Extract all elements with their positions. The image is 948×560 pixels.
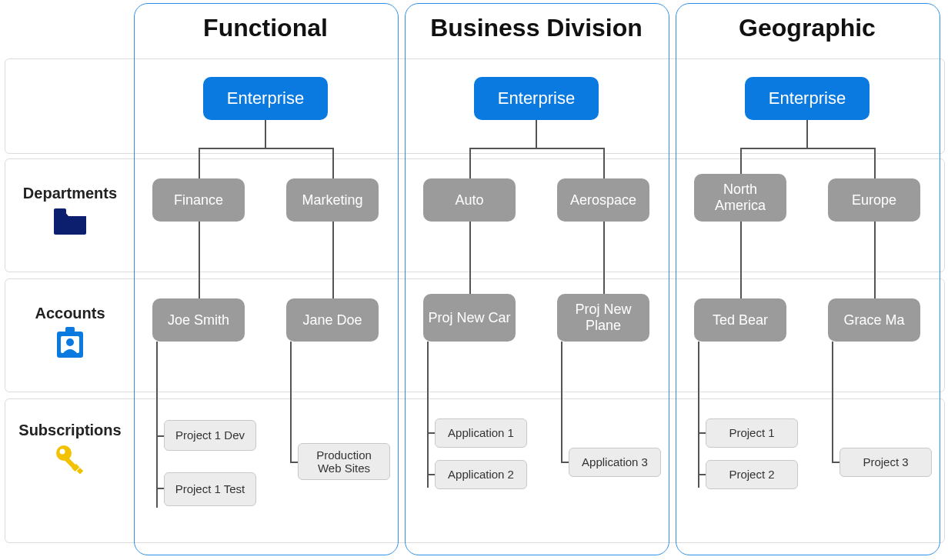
node-subscription: Project 1	[706, 418, 798, 448]
node-department: Europe	[828, 178, 920, 222]
node-department: Aerospace	[557, 178, 649, 222]
node-department: North America	[694, 174, 786, 222]
node-account: Proj New Car	[423, 294, 516, 342]
node-department: Finance	[152, 178, 245, 222]
badge-icon	[12, 325, 128, 361]
svg-point-8	[60, 449, 65, 455]
column-title-business: Business Division	[405, 14, 668, 42]
node-subscription: Project 3	[840, 448, 932, 477]
column-title-geographic: Geographic	[676, 14, 939, 42]
row-label-accounts: Accounts	[12, 305, 128, 361]
svg-point-3	[66, 338, 74, 346]
node-enterprise: Enterprise	[474, 77, 599, 120]
folder-icon	[12, 205, 128, 235]
node-subscription: Project 1 Test	[164, 472, 256, 506]
node-enterprise: Enterprise	[203, 77, 328, 120]
node-subscription: Application 3	[569, 448, 661, 477]
node-subscription: Application 1	[435, 418, 527, 448]
node-enterprise: Enterprise	[745, 77, 870, 120]
key-icon	[12, 442, 128, 476]
node-department: Marketing	[286, 178, 379, 222]
svg-rect-1	[65, 327, 75, 335]
row-label-subscriptions-text: Subscriptions	[12, 422, 128, 439]
node-subscription: Production Web Sites	[298, 443, 390, 480]
row-label-accounts-text: Accounts	[12, 305, 128, 322]
node-account: Ted Bear	[694, 298, 786, 342]
row-label-departments-text: Departments	[12, 185, 128, 202]
node-subscription: Project 2	[706, 460, 798, 489]
node-account: Joe Smith	[152, 298, 245, 342]
column-title-functional: Functional	[134, 14, 397, 42]
node-account: Proj New Plane	[557, 294, 649, 342]
node-account: Grace Ma	[828, 298, 920, 342]
row-label-departments: Departments	[12, 185, 128, 235]
node-subscription: Application 2	[435, 460, 527, 489]
node-account: Jane Doe	[286, 298, 379, 342]
row-label-subscriptions: Subscriptions	[12, 422, 128, 476]
diagram-canvas: Functional Business Division Geographic …	[0, 0, 948, 560]
node-subscription: Project 1 Dev	[164, 420, 256, 451]
node-department: Auto	[423, 178, 516, 222]
